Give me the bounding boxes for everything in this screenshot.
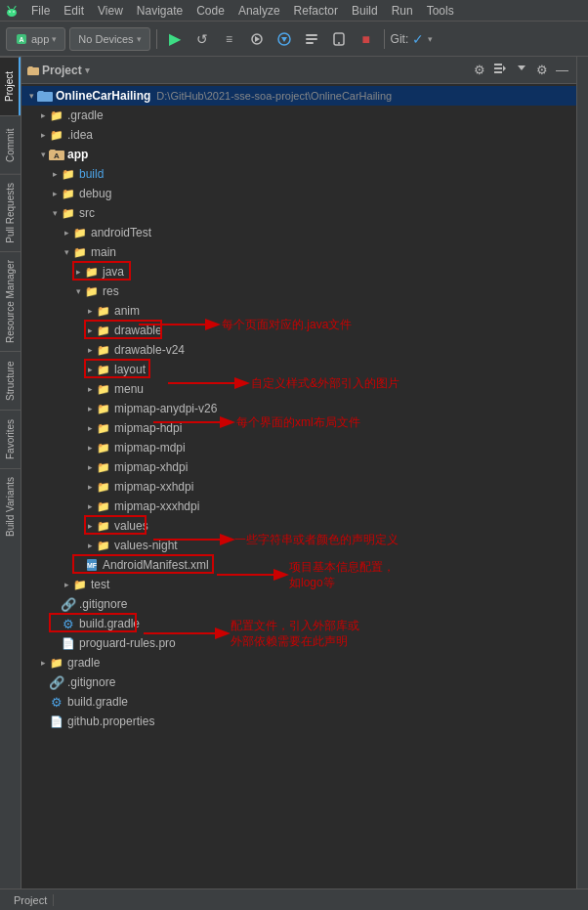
anim-folder-icon: 📁 — [96, 303, 111, 319]
tree-root-item[interactable]: OnlineCarHailing D:\GitHub\2021-sse-soa-… — [21, 86, 576, 106]
svg-rect-15 — [494, 64, 502, 65]
drawable-label: drawable — [114, 324, 162, 337]
sdk-icon — [304, 31, 319, 47]
tree-item-mipmap-mdpi[interactable]: 📁 mipmap-mdpi — [21, 438, 576, 457]
toolbar-separator-2 — [384, 29, 385, 49]
menu-analyze[interactable]: Analyze — [232, 2, 286, 20]
build-gradle-root-file-icon: ⚙ — [49, 694, 64, 710]
github-properties-arrow-icon — [37, 715, 49, 727]
main-arrow-icon — [61, 246, 72, 258]
build-gradle-root-arrow-icon — [37, 696, 49, 708]
proguard-arrow-icon — [49, 637, 61, 649]
run-button[interactable]: ▶ — [163, 27, 187, 51]
gitignore-root-label: .gitignore — [67, 675, 115, 689]
run-config-button[interactable] — [245, 27, 269, 51]
tree-item-build-gradle-root[interactable]: ⚙ build.gradle — [21, 692, 576, 712]
gitignore-root-arrow-icon — [37, 676, 49, 688]
sidebar-item-project[interactable]: Project — [0, 57, 21, 115]
refresh-button[interactable]: ↺ — [190, 27, 214, 51]
mipmap-xhdpi-label: mipmap-xhdpi — [114, 460, 188, 474]
app-selector-button[interactable]: A app ▾ — [6, 27, 65, 51]
tree-item-gradle-folder[interactable]: 📁 gradle — [21, 653, 576, 672]
menu-navigate[interactable]: Navigate — [131, 2, 189, 20]
tree-item-debug[interactable]: 📁 debug — [21, 184, 576, 203]
tree-item-menu[interactable]: 📁 menu — [21, 379, 576, 399]
tree-item-build-gradle-app[interactable]: ⚙ build.gradle — [21, 614, 576, 633]
proguard-file-icon: 📄 — [61, 635, 76, 651]
menu-build[interactable]: Build — [346, 2, 384, 20]
tree-item-proguard[interactable]: 📄 proguard-rules.pro — [21, 633, 576, 653]
tree-item-github-properties[interactable]: 📄 github.properties — [21, 712, 576, 731]
menu-view[interactable]: View — [92, 2, 129, 20]
tree-item-androidmanifest[interactable]: MF AndroidManifest.xml — [21, 555, 576, 575]
menu-tools[interactable]: Tools — [421, 2, 460, 20]
profile-button[interactable] — [273, 27, 296, 51]
sidebar-item-structure[interactable]: Structure — [0, 351, 21, 410]
tree-item-mipmap-hdpi[interactable]: 📁 mipmap-hdpi — [21, 418, 576, 438]
tree-item-layout[interactable]: 📁 layout — [21, 360, 576, 379]
tree-item-app[interactable]: A app — [21, 145, 576, 164]
idea-arrow-icon — [37, 129, 49, 141]
values-night-label: values-night — [114, 539, 178, 552]
build-gradle-app-label: build.gradle — [79, 617, 140, 630]
mipmap-xxhdpi-arrow-icon — [84, 481, 96, 493]
tree-item-gradle-root[interactable]: 📁 .gradle — [21, 106, 576, 125]
gear-icon[interactable]: ⚙ — [534, 61, 550, 79]
values-night-arrow-icon — [84, 540, 96, 551]
gradle-folder-label: gradle — [67, 656, 100, 670]
tree-item-drawable-v24[interactable]: 📁 drawable-v24 — [21, 340, 576, 360]
idea-folder-icon: 📁 — [49, 127, 64, 143]
tree-item-java[interactable]: 📁 java — [21, 262, 576, 282]
stop-button[interactable]: ■ — [355, 27, 378, 51]
gradle-arrow-icon — [37, 109, 49, 121]
collapse-all-icon[interactable] — [491, 60, 509, 80]
tree-item-src[interactable]: 📁 src — [21, 203, 576, 223]
tree-item-anim[interactable]: 📁 anim — [21, 301, 576, 321]
git-label: Git: — [391, 32, 409, 46]
tree-item-drawable[interactable]: 📁 drawable — [21, 321, 576, 340]
gitignore-root-file-icon: 🔗 — [49, 674, 64, 690]
tree-item-res[interactable]: 📁 res — [21, 282, 576, 301]
project-title-button[interactable]: Project ▾ — [27, 64, 90, 77]
menu-refactor[interactable]: Refactor — [288, 2, 344, 20]
settings-cog-icon[interactable]: ⚙ — [472, 61, 487, 79]
sidebar-item-pull-requests[interactable]: Pull Requests — [0, 174, 21, 251]
menu-run[interactable]: Run — [386, 2, 419, 20]
tree-item-androidtest[interactable]: 📁 androidTest — [21, 223, 576, 242]
expand-all-icon[interactable] — [513, 60, 530, 80]
file-tree[interactable]: OnlineCarHailing D:\GitHub\2021-sse-soa-… — [21, 84, 576, 910]
layout-label: layout — [114, 363, 146, 376]
sidebar-item-build-variants[interactable]: Build Variants — [0, 468, 21, 544]
sync-button[interactable]: ≡ — [218, 27, 241, 51]
tree-item-mipmap-any[interactable]: 📁 mipmap-anydpi-v26 — [21, 399, 576, 418]
sidebar-item-commit[interactable]: Commit — [0, 115, 21, 174]
tree-item-values[interactable]: 📁 values — [21, 516, 576, 536]
tree-item-mipmap-xxhdpi[interactable]: 📁 mipmap-xxhdpi — [21, 477, 576, 497]
git-chevron-icon[interactable]: ▾ — [428, 34, 433, 44]
tree-item-test[interactable]: 📁 test — [21, 575, 576, 594]
menu-edit[interactable]: Edit — [58, 2, 90, 20]
git-check-icon[interactable]: ✓ — [412, 31, 424, 47]
devices-selector-button[interactable]: No Devices ▾ — [69, 27, 149, 51]
tree-item-values-night[interactable]: 📁 values-night — [21, 536, 576, 555]
tree-item-gitignore-app[interactable]: 🔗 .gitignore — [21, 594, 576, 614]
res-label: res — [103, 284, 119, 298]
sidebar-item-favorites[interactable]: Favorites — [0, 410, 21, 468]
tree-item-build[interactable]: 📁 build — [21, 164, 576, 184]
java-arrow-icon — [72, 266, 84, 278]
test-arrow-icon — [61, 579, 72, 590]
status-project: Project — [8, 894, 54, 906]
sdk-button[interactable] — [300, 27, 323, 51]
sidebar-item-resource-manager[interactable]: Resource Manager — [0, 251, 21, 351]
avd-button[interactable] — [327, 27, 351, 51]
tree-item-gitignore-root[interactable]: 🔗 .gitignore — [21, 672, 576, 692]
tree-item-main[interactable]: 📁 main — [21, 242, 576, 262]
root-folder-icon — [37, 88, 53, 104]
tree-item-mipmap-xxxhdpi[interactable]: 📁 mipmap-xxxhdpi — [21, 497, 576, 516]
tree-item-idea[interactable]: 📁 .idea — [21, 125, 576, 145]
minus-icon[interactable]: — — [554, 61, 570, 79]
menu-file[interactable]: File — [25, 2, 56, 20]
tree-item-mipmap-xhdpi[interactable]: 📁 mipmap-xhdpi — [21, 457, 576, 477]
menu-code[interactable]: Code — [190, 2, 231, 20]
build-label: build — [79, 167, 104, 181]
